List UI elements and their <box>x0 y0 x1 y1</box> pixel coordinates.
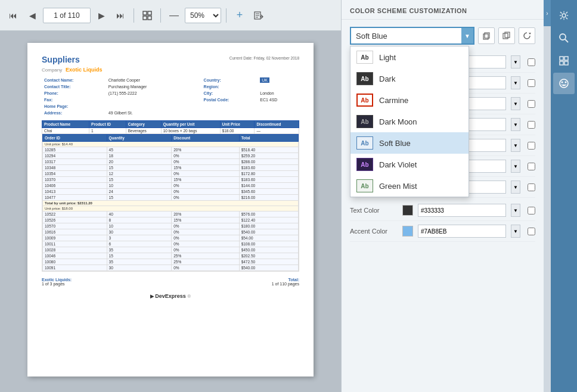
scheme-option-soft-blue[interactable]: Ab Soft Blue <box>350 132 469 154</box>
sidebar-palette-button[interactable] <box>553 73 575 94</box>
color-arrow-7[interactable]: ▼ <box>511 181 520 194</box>
green-mist-scheme-label: Green Mist <box>379 182 417 191</box>
svg-rect-18 <box>564 57 568 60</box>
svg-rect-19 <box>560 61 563 65</box>
divider1 <box>134 8 134 23</box>
accent-color-swatch <box>402 226 413 237</box>
accent-color-check[interactable] <box>528 228 535 235</box>
copy-icon <box>482 32 491 40</box>
scheme-option-dark-moon[interactable]: Ab Dark Moon <box>350 111 469 132</box>
accent-color-arrow[interactable]: ▼ <box>511 225 520 238</box>
light-scheme-icon: Ab <box>356 51 373 64</box>
sidebar-search-button[interactable] <box>553 27 575 49</box>
sidebar-expand[interactable]: › <box>544 0 551 26</box>
scheme-copy-button[interactable] <box>478 27 495 44</box>
doc-footer-left: Exotic Liquids: 1 of 3 pages <box>42 278 72 286</box>
svg-rect-12 <box>505 32 510 38</box>
accent-color-label: Accent Color <box>350 228 398 235</box>
export-icon <box>254 11 263 20</box>
products-table: Product Name Product ID Category Quantit… <box>42 120 299 272</box>
layout-button[interactable] <box>139 7 156 24</box>
doc-date: Current Date: Friday, 02 November 2018 <box>229 56 299 60</box>
text-color-label: Text Color <box>350 207 398 214</box>
color-scheme-panel: COLOR SCHEME CUSTOMIZATION Soft Blue ▼ <box>341 0 544 392</box>
document-area: Suppliers Company Exotic Liquids Current… <box>0 31 341 392</box>
carmine-scheme-label: Carmine <box>379 96 408 105</box>
settings-icon <box>559 10 569 21</box>
soft-blue-scheme-icon: Ab <box>356 136 373 150</box>
accent-color-code[interactable]: #7AB8EB <box>418 225 506 238</box>
color-arrow-5[interactable]: ▼ <box>511 139 520 152</box>
divider3 <box>226 8 227 23</box>
zoom-select[interactable]: 50%75%100% <box>185 8 221 23</box>
nav-last-button[interactable]: ⏭ <box>112 7 129 24</box>
color-check-3[interactable] <box>528 100 535 108</box>
color-check-6[interactable] <box>528 163 535 170</box>
toolbar: ⏮ ◀ ▶ ⏭ — 50%75%100% + <box>0 0 341 31</box>
nav-next-button[interactable]: ▶ <box>93 7 110 24</box>
green-mist-scheme-icon: Ab <box>356 179 373 192</box>
page-input[interactable] <box>43 8 91 23</box>
carmine-scheme-icon: Ab <box>356 94 373 107</box>
scheme-duplicate-button[interactable] <box>498 27 515 44</box>
color-check-2[interactable] <box>528 79 535 87</box>
color-check-5[interactable] <box>528 142 535 150</box>
dark-moon-scheme-label: Dark Moon <box>379 117 417 126</box>
scheme-selector-row: Soft Blue ▼ <box>350 27 535 45</box>
svg-rect-9 <box>483 34 488 39</box>
text-color-code[interactable]: #333333 <box>418 204 506 217</box>
scheme-reset-button[interactable] <box>519 27 535 44</box>
color-arrow-6[interactable]: ▼ <box>511 160 520 173</box>
scheme-option-green-mist[interactable]: Ab Green Mist <box>350 175 469 197</box>
color-arrow-2[interactable]: ▼ <box>511 76 520 89</box>
svg-rect-11 <box>503 33 508 39</box>
text-color-check[interactable] <box>528 207 535 214</box>
contact-table: Contact Name: Charlotte Cooper Country: … <box>42 76 299 117</box>
sidebar-settings-button[interactable] <box>553 5 575 26</box>
export-button[interactable] <box>250 7 267 24</box>
doc-company-label: Company <box>42 67 62 73</box>
color-arrow-3[interactable]: ▼ <box>511 97 520 110</box>
text-color-arrow[interactable]: ▼ <box>511 204 520 217</box>
svg-rect-17 <box>560 57 563 60</box>
add-button[interactable]: + <box>231 7 248 24</box>
svg-line-16 <box>565 39 568 42</box>
sidebar-icons <box>551 0 577 392</box>
svg-rect-20 <box>564 61 568 65</box>
text-color-row: Text Color #333333 ▼ <box>350 200 535 221</box>
expand-arrow-icon: › <box>546 10 548 17</box>
svg-rect-2 <box>143 16 147 20</box>
dark-violet-scheme-label: Dark Violet <box>379 160 417 169</box>
selected-scheme-label: Soft Blue <box>356 32 387 41</box>
svg-point-14 <box>562 14 566 17</box>
scheme-option-light[interactable]: Ab Light <box>350 46 469 68</box>
color-check-7[interactable] <box>528 183 535 191</box>
panel-content: Soft Blue ▼ <box>342 20 544 392</box>
duplicate-icon <box>502 32 511 40</box>
doc-title: Suppliers <box>42 55 103 64</box>
scheme-dropdown-arrow[interactable]: ▼ <box>461 28 473 43</box>
svg-point-22 <box>562 82 563 83</box>
svg-point-15 <box>560 34 566 40</box>
dark-violet-scheme-icon: Ab <box>356 158 373 171</box>
doc-footer-right: Total: 1 of 110 pages <box>272 278 299 286</box>
svg-rect-0 <box>143 11 147 15</box>
nav-prev-button[interactable]: ◀ <box>24 7 41 24</box>
dark-scheme-icon: Ab <box>356 72 373 85</box>
scheme-select[interactable]: Soft Blue ▼ <box>350 27 474 45</box>
color-check-4[interactable] <box>528 121 535 129</box>
nav-first-button[interactable]: ⏮ <box>5 7 21 24</box>
color-check-1[interactable] <box>528 58 535 66</box>
svg-rect-1 <box>148 11 151 15</box>
accent-color-row: Accent Color #7AB8EB ▼ <box>350 221 535 242</box>
scheme-option-dark[interactable]: Ab Dark <box>350 68 469 89</box>
scheme-option-dark-violet[interactable]: Ab Dark Violet <box>350 154 469 175</box>
color-arrow-1[interactable]: ▼ <box>511 55 520 69</box>
zoom-out-button[interactable]: — <box>166 7 182 24</box>
sidebar-structure-button[interactable] <box>553 50 575 71</box>
svg-point-23 <box>565 82 567 83</box>
palette-icon <box>559 78 569 89</box>
color-arrow-4[interactable]: ▼ <box>511 118 520 131</box>
structure-icon <box>559 55 569 66</box>
scheme-option-carmine[interactable]: Ab Carmine <box>350 89 469 111</box>
